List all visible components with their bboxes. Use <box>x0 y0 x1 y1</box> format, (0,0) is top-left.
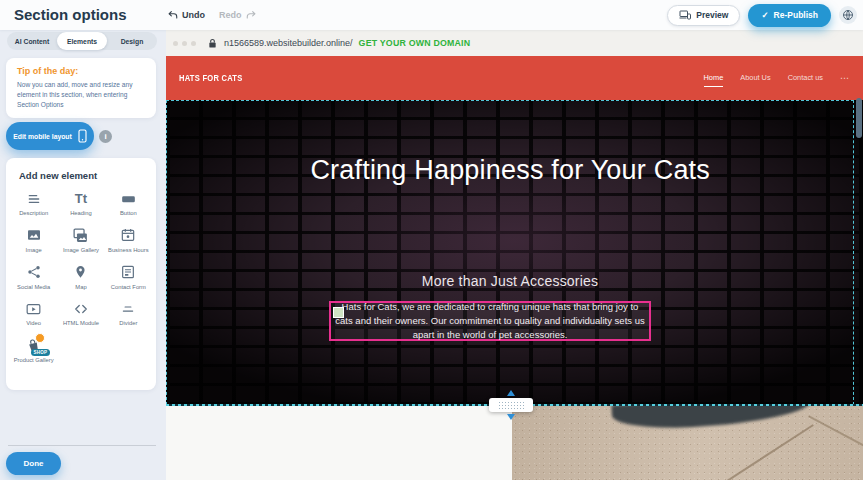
add-element-panel: Add new element Description Tt Heading B… <box>6 158 156 390</box>
element-image-gallery[interactable]: Image Gallery <box>57 227 104 255</box>
resize-arrow-down-icon <box>507 414 515 420</box>
pavement-photo <box>512 406 863 480</box>
new-badge-icon <box>35 333 45 343</box>
element-image[interactable]: Image <box>10 227 57 255</box>
element-business-hours[interactable]: Business Hours <box>105 227 152 255</box>
nav-home[interactable]: Home <box>704 73 724 87</box>
republish-button[interactable]: ✓ Re-Publish <box>748 4 831 27</box>
pavement-seam <box>808 415 863 454</box>
element-video[interactable]: Video <box>10 300 57 328</box>
hero-heading[interactable]: Crafting Happiness for Your Cats <box>295 150 725 192</box>
hero-section[interactable]: Crafting Happiness for Your Cats More th… <box>166 100 863 405</box>
add-panel-title: Add new element <box>6 158 156 183</box>
element-grid: Description Tt Heading Button Image Imag… <box>6 183 156 365</box>
sidebar-divider <box>8 445 156 446</box>
element-contact-form[interactable]: Contact Form <box>105 264 152 292</box>
site-url: n1566589.websitebuilder.online/ <box>224 38 353 48</box>
grip-dots-icon <box>498 401 524 409</box>
divider-icon <box>120 300 136 317</box>
tab-elements[interactable]: Elements <box>57 32 107 50</box>
html-module-icon <box>73 300 89 317</box>
map-icon <box>73 264 88 281</box>
undo-label: Undo <box>182 10 205 20</box>
redo-button[interactable]: Redo <box>219 10 256 20</box>
lock-icon <box>208 38 217 49</box>
globe-icon <box>842 9 854 21</box>
tab-design[interactable]: Design <box>107 32 157 50</box>
element-map[interactable]: Map <box>57 264 104 292</box>
hero-paragraph: Hats for Cats, we are dedicated to craft… <box>331 300 649 343</box>
hero-subheading[interactable]: More than Just Accessories <box>166 273 854 289</box>
video-icon <box>25 300 42 317</box>
resize-arrow-up-icon <box>507 390 515 396</box>
preview-label: Preview <box>696 10 728 20</box>
button-icon <box>120 190 137 207</box>
preview-button[interactable]: Preview <box>667 5 740 26</box>
business-hours-icon <box>120 227 136 244</box>
phone-icon <box>78 129 87 143</box>
tip-of-the-day-card: Tip of the day: Now you can add, move an… <box>6 58 156 118</box>
site-nav: Home About Us Contact us ⋯ <box>704 73 850 84</box>
tip-body: Now you can add, move and resize any ele… <box>17 80 145 110</box>
site-header: HATS FOR CATS Home About Us Contact us ⋯ <box>166 56 863 100</box>
screen: Section options Undo Redo Preview ✓ Re-P… <box>0 0 863 480</box>
nav-about-us[interactable]: About Us <box>740 73 770 84</box>
social-media-icon <box>26 264 42 281</box>
edit-mobile-layout-button[interactable]: Edit mobile layout <box>6 122 94 150</box>
element-description[interactable]: Description <box>10 190 57 218</box>
undo-button[interactable]: Undo <box>168 10 205 20</box>
edit-mobile-label: Edit mobile layout <box>13 133 72 140</box>
republish-label: Re-Publish <box>774 10 818 20</box>
redo-label: Redo <box>219 10 242 20</box>
section-selection-outline <box>166 100 854 405</box>
element-html-module[interactable]: HTML Module <box>57 300 104 328</box>
language-globe-button[interactable] <box>839 6 857 24</box>
element-drag-handle[interactable] <box>333 307 344 318</box>
site-preview: n1566589.websitebuilder.online/ GET YOUR… <box>166 30 863 480</box>
element-button[interactable]: Button <box>105 190 152 218</box>
heading-icon: Tt <box>75 190 87 207</box>
scrollbar-thumb[interactable] <box>856 98 862 138</box>
pavement-seam <box>720 424 813 480</box>
contact-form-icon <box>120 264 136 281</box>
done-button[interactable]: Done <box>6 452 61 475</box>
element-heading[interactable]: Tt Heading <box>57 190 104 218</box>
browser-dot <box>182 41 187 46</box>
devices-icon <box>679 10 691 20</box>
shop-tag: SHOP <box>31 349 51 356</box>
photo-shadow-shape <box>611 406 812 431</box>
image-gallery-icon <box>72 227 89 244</box>
info-icon[interactable]: i <box>99 130 112 143</box>
product-gallery-icon: SHOP <box>25 337 42 354</box>
page-title: Section options <box>14 6 127 23</box>
undo-icon <box>168 10 178 20</box>
description-icon <box>26 190 42 207</box>
element-product-gallery[interactable]: SHOP Product Gallery <box>10 337 57 365</box>
tab-ai-content[interactable]: AI Content <box>7 32 57 50</box>
undo-redo-group: Undo Redo <box>168 0 256 30</box>
browser-dot <box>173 41 178 46</box>
topbar-actions: Preview ✓ Re-Publish <box>667 0 857 30</box>
image-icon <box>26 227 42 244</box>
topbar: Section options Undo Redo Preview ✓ Re-P… <box>0 0 863 30</box>
redo-icon <box>246 10 256 20</box>
sidebar-tabs: AI Content Elements Design <box>7 32 157 50</box>
element-divider[interactable]: Divider <box>105 300 152 328</box>
browser-dot <box>191 41 196 46</box>
tip-title: Tip of the day: <box>17 66 145 76</box>
check-icon: ✓ <box>761 10 768 20</box>
sidebar: AI Content Elements Design Tip of the da… <box>0 30 166 480</box>
get-domain-link[interactable]: GET YOUR OWN DOMAIN <box>359 38 471 48</box>
element-social-media[interactable]: Social Media <box>10 264 57 292</box>
section-resize-handle[interactable] <box>489 398 533 412</box>
nav-contact-us[interactable]: Contact us <box>788 73 823 84</box>
site-logo[interactable]: HATS FOR CATS <box>179 73 242 83</box>
hero-paragraph-box[interactable]: Hats for Cats, we are dedicated to craft… <box>329 301 651 341</box>
browser-bar: n1566589.websitebuilder.online/ GET YOUR… <box>166 30 863 56</box>
